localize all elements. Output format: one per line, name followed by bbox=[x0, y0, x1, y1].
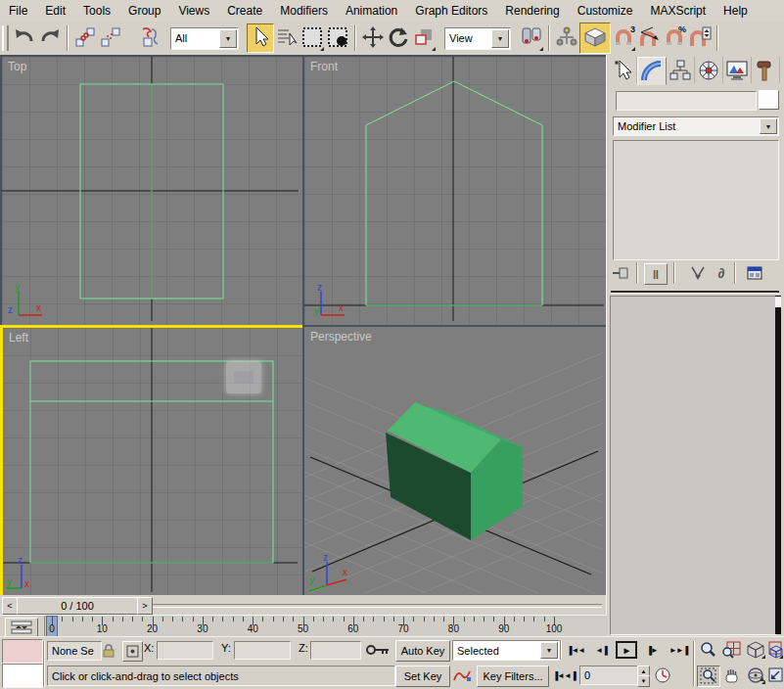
modifier-stack-list[interactable] bbox=[613, 140, 779, 260]
svg-text:y: y bbox=[15, 282, 20, 293]
bind-to-space-warp-button[interactable] bbox=[137, 24, 162, 52]
menu-graph-editors[interactable]: Graph Editors bbox=[406, 1, 496, 21]
select-and-rotate-button[interactable] bbox=[386, 24, 411, 52]
play-button[interactable]: ► bbox=[615, 640, 638, 660]
menu-views[interactable]: Views bbox=[169, 1, 218, 21]
menu-tools[interactable]: Tools bbox=[74, 1, 119, 21]
remove-modifier-button[interactable]: ∂ bbox=[711, 263, 732, 283]
select-and-scale-button[interactable] bbox=[411, 24, 437, 52]
ruler-label: 10 bbox=[97, 623, 108, 634]
use-pivot-point-center-button[interactable] bbox=[519, 24, 544, 52]
viewport-perspective[interactable]: Perspective bbox=[302, 325, 610, 599]
time-type-dropdown[interactable]: Selected ▼ bbox=[452, 640, 560, 661]
set-keys-button[interactable] bbox=[363, 639, 392, 661]
maxscript-macro-recorder[interactable] bbox=[2, 639, 43, 664]
utilities-tab[interactable] bbox=[752, 57, 780, 83]
key-filters-button[interactable]: Key Filters... bbox=[477, 666, 549, 687]
open-mini-curve-editor-button[interactable] bbox=[5, 618, 38, 637]
object-color-swatch[interactable] bbox=[759, 90, 779, 110]
menu-create[interactable]: Create bbox=[218, 1, 271, 21]
chevron-down-icon[interactable]: ▼ bbox=[491, 29, 509, 48]
panel-scrollbar[interactable] bbox=[775, 296, 781, 634]
menu-customize[interactable]: Customize bbox=[569, 1, 642, 21]
select-and-move-button[interactable] bbox=[360, 24, 386, 52]
key-mode-toggle-button[interactable]: ▐◄◄▐ bbox=[551, 666, 576, 684]
redo-button[interactable] bbox=[37, 24, 63, 52]
select-object-button[interactable] bbox=[247, 23, 274, 53]
selection-filter-dropdown[interactable]: All ▼ bbox=[170, 27, 239, 50]
x-coordinate-field[interactable] bbox=[157, 641, 213, 660]
maxscript-mini-listener[interactable] bbox=[2, 664, 43, 688]
time-configuration-button[interactable] bbox=[652, 666, 673, 685]
region-zoom-button[interactable] bbox=[697, 666, 720, 687]
select-and-link-button[interactable] bbox=[72, 24, 98, 52]
next-frame-button[interactable]: ▐► bbox=[640, 640, 664, 660]
absolute-offset-mode-toggle[interactable] bbox=[122, 641, 143, 662]
next-frame-arrow-button[interactable]: > bbox=[137, 597, 153, 615]
hierarchy-tab[interactable] bbox=[667, 57, 695, 83]
previous-frame-arrow-button[interactable]: < bbox=[2, 597, 18, 615]
set-key-button[interactable]: Set Key bbox=[395, 666, 450, 687]
chevron-down-icon[interactable]: ▼ bbox=[219, 29, 237, 48]
menu-file[interactable]: File bbox=[0, 1, 36, 21]
select-and-manipulate-button[interactable] bbox=[554, 24, 579, 52]
selection-lock-toggle[interactable] bbox=[100, 641, 117, 660]
menu-animation[interactable]: Animation bbox=[337, 1, 406, 21]
window-crossing-button[interactable] bbox=[325, 24, 350, 52]
min-max-toggle-icon bbox=[768, 667, 784, 683]
z-coordinate-field[interactable] bbox=[310, 641, 361, 660]
go-to-start-button[interactable]: ▐◄◄ bbox=[564, 640, 587, 660]
object-name-field[interactable] bbox=[616, 91, 757, 111]
menu-rendering[interactable]: Rendering bbox=[496, 1, 568, 21]
percent-snap-button[interactable]: % bbox=[662, 24, 687, 52]
y-coordinate-field[interactable] bbox=[234, 641, 291, 660]
zoom-extents-all-button[interactable] bbox=[768, 640, 784, 660]
panel-scrollbar-thumb[interactable] bbox=[775, 297, 781, 307]
menu-group[interactable]: Group bbox=[119, 1, 169, 21]
modifier-list-dropdown[interactable]: Modifier List ▼ bbox=[613, 116, 779, 136]
zoom-extents-button[interactable] bbox=[745, 640, 766, 660]
zoom-button[interactable] bbox=[697, 640, 718, 660]
show-end-result-button[interactable]: ‖ bbox=[644, 263, 668, 285]
snap-3-button[interactable]: 3 bbox=[611, 24, 636, 52]
pin-stack-button[interactable] bbox=[610, 263, 631, 283]
motion-tab[interactable] bbox=[695, 57, 723, 83]
current-frame-field[interactable]: 0 bbox=[579, 666, 642, 685]
zoom-all-button[interactable] bbox=[720, 640, 742, 660]
undo-button[interactable] bbox=[12, 24, 37, 52]
pan-button[interactable] bbox=[720, 666, 742, 685]
spinner-snap-button[interactable] bbox=[687, 24, 713, 52]
snaps-toggle-3d-button[interactable] bbox=[579, 23, 611, 54]
time-slider-handle[interactable]: 0 / 100 bbox=[17, 597, 138, 615]
viewport-front[interactable]: Front z x y bbox=[302, 55, 610, 327]
toolbar-grip[interactable] bbox=[2, 25, 9, 51]
make-unique-button[interactable] bbox=[687, 263, 709, 283]
configure-modifier-sets-button[interactable] bbox=[744, 263, 765, 283]
select-by-name-button[interactable] bbox=[274, 24, 300, 52]
menu-help[interactable]: Help bbox=[715, 1, 757, 21]
display-tab[interactable] bbox=[723, 57, 752, 83]
menu-maxscript[interactable]: MAXScript bbox=[641, 1, 715, 21]
go-to-end-button[interactable]: ►►▐ bbox=[666, 640, 691, 660]
auto-key-button[interactable]: Auto Key bbox=[395, 640, 450, 662]
frame-spinner-down[interactable]: ▼ bbox=[637, 675, 650, 687]
chevron-down-icon[interactable]: ▼ bbox=[540, 642, 558, 659]
viewport-top[interactable]: Top y x z bbox=[0, 55, 304, 327]
reference-coordinate-system-dropdown[interactable]: View ▼ bbox=[444, 27, 511, 50]
track-bar-ruler[interactable]: 0102030405060708090100 bbox=[44, 616, 607, 637]
viewport-left[interactable]: Left z y x bbox=[0, 325, 306, 601]
svg-text:z: z bbox=[317, 282, 322, 293]
menu-modifiers[interactable]: Modifiers bbox=[271, 1, 337, 21]
unlink-selection-button[interactable] bbox=[98, 24, 123, 52]
angle-snap-button[interactable] bbox=[636, 24, 662, 52]
min-max-toggle-button[interactable] bbox=[768, 666, 784, 685]
arc-rotate-button[interactable] bbox=[745, 666, 766, 685]
chevron-down-icon[interactable]: ▼ bbox=[760, 118, 777, 134]
modify-tab[interactable] bbox=[637, 57, 667, 85]
rectangular-selection-region-button[interactable] bbox=[300, 24, 325, 52]
menu-edit[interactable]: Edit bbox=[36, 1, 74, 21]
time-slider-track[interactable] bbox=[153, 604, 602, 608]
previous-frame-button[interactable]: ◄▐ bbox=[589, 640, 613, 660]
create-tab[interactable] bbox=[609, 57, 637, 83]
default-tangent-button[interactable] bbox=[451, 666, 473, 685]
